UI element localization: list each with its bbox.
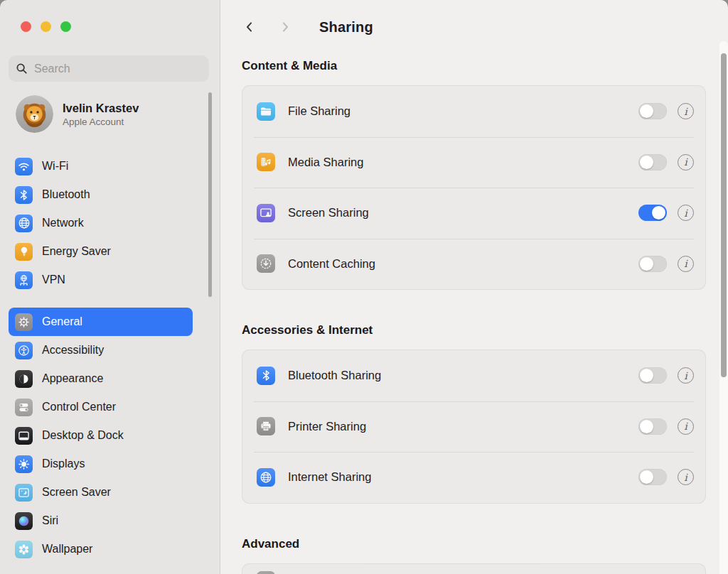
- sidebar-item-bluetooth[interactable]: Bluetooth: [9, 180, 193, 209]
- bluetooth-sharing-toggle[interactable]: [638, 367, 667, 384]
- sidebar-item-label: Wi-Fi: [42, 160, 68, 173]
- bluetooth-icon: [257, 367, 275, 385]
- appearance-icon: [15, 370, 33, 388]
- internet-sharing-info-button[interactable]: i: [678, 469, 694, 485]
- sidebar-item-label: Accessibility: [42, 344, 104, 357]
- sidebar-item-label: Siri: [42, 514, 58, 527]
- search-input[interactable]: [33, 62, 202, 76]
- sidebar-item-appearance[interactable]: Appearance: [9, 364, 193, 393]
- sidebar-item-wallpaper[interactable]: Wallpaper: [9, 535, 193, 563]
- bluetooth-sharing-info-button[interactable]: i: [678, 367, 694, 384]
- row-label: Printer Sharing: [288, 420, 638, 433]
- row-label: File Sharing: [288, 104, 638, 118]
- sidebar-item-label: Wallpaper: [42, 543, 92, 556]
- settings-card-partial: [242, 563, 706, 574]
- gear-icon: [15, 313, 33, 331]
- flower-icon: [15, 541, 33, 558]
- close-button[interactable]: [21, 21, 31, 32]
- globe-icon: [257, 468, 275, 487]
- row-screen-sharing: Screen Sharingi: [242, 188, 705, 239]
- file-sharing-toggle[interactable]: [638, 103, 667, 119]
- chevron-right-icon: [279, 19, 291, 35]
- sidebar-item-energy-saver[interactable]: Energy Saver: [9, 237, 193, 266]
- toggle-knob: [640, 369, 653, 382]
- sidebar-item-label: VPN: [42, 274, 65, 286]
- row-label: Content Caching: [288, 257, 638, 271]
- toggle-knob: [652, 206, 665, 220]
- search-field[interactable]: [9, 55, 209, 82]
- main-panel: Sharing Content & MediaFile SharingiMedi…: [220, 0, 728, 574]
- sidebar-item-network[interactable]: Network: [9, 209, 193, 237]
- settings-card: Bluetooth SharingiPrinter SharingiIntern…: [242, 350, 706, 504]
- accessibility-icon: [15, 342, 33, 359]
- sidebar: Ivelin Krastev Apple Account Wi-FiBlueto…: [0, 0, 220, 574]
- screen-sharing-toggle[interactable]: [638, 205, 667, 221]
- toggle-knob: [640, 470, 653, 484]
- siri-orb-icon: [15, 512, 33, 530]
- row-label: Bluetooth Sharing: [288, 369, 638, 382]
- sidebar-item-vpn[interactable]: VPN: [9, 266, 193, 294]
- sidebar-nav: Wi-FiBluetoothNetworkEnergy SaverVPNGene…: [0, 152, 220, 563]
- settings-card: File SharingiMedia SharingiScreen Sharin…: [242, 85, 706, 290]
- minimize-button[interactable]: [41, 21, 51, 32]
- section-heading: Accessories & Internet: [242, 323, 706, 338]
- row-file-sharing: File Sharingi: [242, 86, 705, 137]
- forward-button[interactable]: [277, 18, 293, 36]
- search-icon: [16, 63, 28, 75]
- content-caching-info-button[interactable]: i: [678, 256, 694, 272]
- sidebar-scrollbar[interactable]: [208, 92, 212, 297]
- internet-sharing-toggle[interactable]: [638, 469, 667, 485]
- sidebar-group-1: Wi-FiBluetoothNetworkEnergy SaverVPN: [0, 152, 220, 294]
- main-header: Sharing: [242, 16, 706, 38]
- printer-sharing-toggle[interactable]: [638, 418, 667, 435]
- folder-icon: [257, 102, 275, 121]
- sidebar-item-label: Energy Saver: [42, 245, 111, 258]
- screen-share-icon: [257, 204, 275, 222]
- sidebar-item-siri[interactable]: Siri: [9, 507, 193, 535]
- file-sharing-info-button[interactable]: i: [678, 103, 694, 119]
- media-sharing-toggle[interactable]: [638, 154, 667, 170]
- printer-icon: [257, 417, 275, 435]
- row-label: Media Sharing: [288, 156, 638, 169]
- download-circle-icon: [257, 254, 275, 273]
- apple-account-item[interactable]: Ivelin Krastev Apple Account: [16, 95, 211, 133]
- globe-icon: [15, 215, 33, 232]
- toggle-knob: [640, 257, 653, 271]
- traffic-lights: [21, 21, 71, 32]
- content-caching-toggle[interactable]: [638, 256, 667, 272]
- sidebar-item-desktop-dock[interactable]: Desktop & Dock: [9, 421, 193, 450]
- system-settings-window: Ivelin Krastev Apple Account Wi-FiBlueto…: [0, 0, 728, 574]
- vpn-globe-icon: [15, 271, 33, 289]
- row-content-caching: Content Cachingi: [242, 239, 705, 290]
- sidebar-item-accessibility[interactable]: Accessibility: [9, 336, 193, 364]
- sidebar-item-screen-saver[interactable]: Screen Saver: [9, 478, 193, 507]
- sidebar-item-wifi[interactable]: Wi-Fi: [9, 152, 193, 180]
- sidebar-item-general[interactable]: General: [9, 308, 193, 336]
- sidebar-item-label: Displays: [42, 457, 85, 470]
- user-name: Ivelin Krastev: [63, 101, 139, 115]
- sun-icon: [15, 455, 33, 473]
- zoom-button[interactable]: [60, 21, 71, 32]
- sidebar-item-control-center[interactable]: Control Center: [9, 393, 193, 421]
- main-scrollbar[interactable]: [721, 53, 727, 377]
- screen-sharing-info-button[interactable]: i: [678, 205, 694, 221]
- sidebar-item-label: Control Center: [42, 401, 116, 413]
- partial-row-icon: [257, 571, 275, 574]
- printer-sharing-info-button[interactable]: i: [678, 418, 694, 435]
- media-sharing-info-button[interactable]: i: [678, 154, 694, 170]
- toggle-knob: [640, 104, 653, 118]
- row-media-sharing: Media Sharingi: [242, 137, 705, 188]
- sidebar-item-label: Bluetooth: [42, 188, 90, 201]
- sidebar-item-label: General: [42, 315, 82, 328]
- chevron-left-icon: [243, 19, 256, 35]
- back-button[interactable]: [242, 18, 257, 36]
- toggle-knob: [640, 156, 653, 169]
- section-heading: Content & Media: [242, 58, 706, 74]
- user-subtitle: Apple Account: [63, 116, 139, 128]
- row-label: Screen Sharing: [288, 206, 638, 220]
- sidebar-item-displays[interactable]: Displays: [9, 450, 193, 478]
- wifi-icon: [15, 158, 33, 175]
- page-title: Sharing: [319, 19, 373, 36]
- sidebar-item-label: Network: [42, 217, 84, 229]
- row-internet-sharing: Internet Sharingi: [242, 452, 705, 503]
